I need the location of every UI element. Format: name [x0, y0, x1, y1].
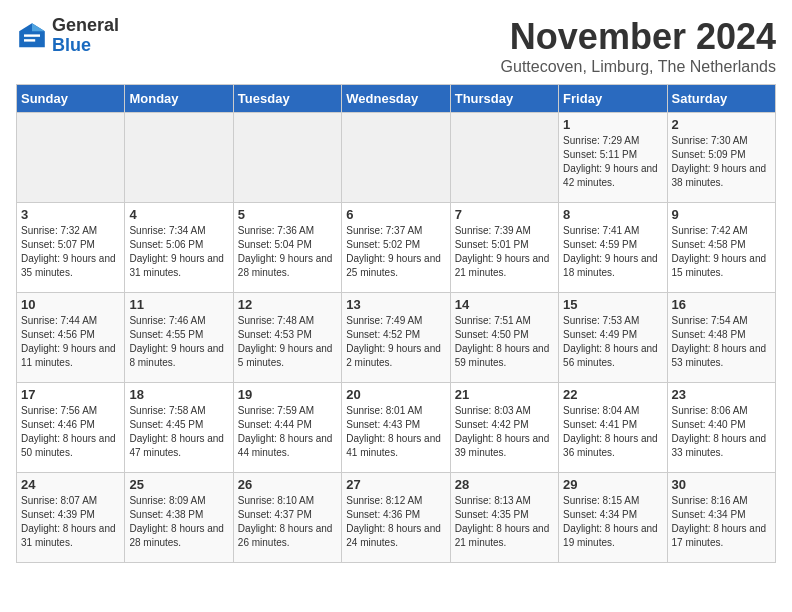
day-number: 23 [672, 387, 771, 402]
day-info: Sunrise: 7:41 AMSunset: 4:59 PMDaylight:… [563, 224, 662, 280]
table-row: 13 Sunrise: 7:49 AMSunset: 4:52 PMDaylig… [342, 293, 450, 383]
table-row: 15 Sunrise: 7:53 AMSunset: 4:49 PMDaylig… [559, 293, 667, 383]
day-number: 18 [129, 387, 228, 402]
header-saturday: Saturday [667, 85, 775, 113]
day-info: Sunrise: 8:10 AMSunset: 4:37 PMDaylight:… [238, 494, 337, 550]
logo-general: General [52, 16, 119, 36]
header-monday: Monday [125, 85, 233, 113]
day-info: Sunrise: 7:56 AMSunset: 4:46 PMDaylight:… [21, 404, 120, 460]
svg-rect-2 [24, 34, 40, 36]
table-row: 5 Sunrise: 7:36 AMSunset: 5:04 PMDayligh… [233, 203, 341, 293]
day-info: Sunrise: 7:39 AMSunset: 5:01 PMDaylight:… [455, 224, 554, 280]
day-number: 5 [238, 207, 337, 222]
day-info: Sunrise: 7:58 AMSunset: 4:45 PMDaylight:… [129, 404, 228, 460]
day-number: 13 [346, 297, 445, 312]
day-info: Sunrise: 7:42 AMSunset: 4:58 PMDaylight:… [672, 224, 771, 280]
table-row: 1 Sunrise: 7:29 AMSunset: 5:11 PMDayligh… [559, 113, 667, 203]
day-number: 20 [346, 387, 445, 402]
day-info: Sunrise: 7:34 AMSunset: 5:06 PMDaylight:… [129, 224, 228, 280]
day-number: 30 [672, 477, 771, 492]
day-number: 14 [455, 297, 554, 312]
svg-marker-1 [32, 23, 45, 31]
table-row: 25 Sunrise: 8:09 AMSunset: 4:38 PMDaylig… [125, 473, 233, 563]
day-info: Sunrise: 7:29 AMSunset: 5:11 PMDaylight:… [563, 134, 662, 190]
table-row: 9 Sunrise: 7:42 AMSunset: 4:58 PMDayligh… [667, 203, 775, 293]
table-row: 14 Sunrise: 7:51 AMSunset: 4:50 PMDaylig… [450, 293, 558, 383]
day-number: 3 [21, 207, 120, 222]
day-number: 4 [129, 207, 228, 222]
title-section: November 2024 Guttecoven, Limburg, The N… [501, 16, 776, 76]
day-number: 21 [455, 387, 554, 402]
day-number: 16 [672, 297, 771, 312]
day-number: 19 [238, 387, 337, 402]
svg-rect-3 [24, 39, 35, 41]
table-row: 19 Sunrise: 7:59 AMSunset: 4:44 PMDaylig… [233, 383, 341, 473]
calendar-body: 1 Sunrise: 7:29 AMSunset: 5:11 PMDayligh… [17, 113, 776, 563]
day-number: 7 [455, 207, 554, 222]
table-row: 17 Sunrise: 7:56 AMSunset: 4:46 PMDaylig… [17, 383, 125, 473]
day-number: 1 [563, 117, 662, 132]
day-number: 10 [21, 297, 120, 312]
table-row: 23 Sunrise: 8:06 AMSunset: 4:40 PMDaylig… [667, 383, 775, 473]
day-number: 22 [563, 387, 662, 402]
day-info: Sunrise: 7:59 AMSunset: 4:44 PMDaylight:… [238, 404, 337, 460]
table-row: 28 Sunrise: 8:13 AMSunset: 4:35 PMDaylig… [450, 473, 558, 563]
table-row: 2 Sunrise: 7:30 AMSunset: 5:09 PMDayligh… [667, 113, 775, 203]
day-number: 28 [455, 477, 554, 492]
table-row: 16 Sunrise: 7:54 AMSunset: 4:48 PMDaylig… [667, 293, 775, 383]
table-row: 6 Sunrise: 7:37 AMSunset: 5:02 PMDayligh… [342, 203, 450, 293]
calendar-header: Sunday Monday Tuesday Wednesday Thursday… [17, 85, 776, 113]
day-number: 27 [346, 477, 445, 492]
day-number: 2 [672, 117, 771, 132]
day-info: Sunrise: 8:01 AMSunset: 4:43 PMDaylight:… [346, 404, 445, 460]
table-row [342, 113, 450, 203]
day-info: Sunrise: 8:15 AMSunset: 4:34 PMDaylight:… [563, 494, 662, 550]
day-number: 11 [129, 297, 228, 312]
table-row: 22 Sunrise: 8:04 AMSunset: 4:41 PMDaylig… [559, 383, 667, 473]
table-row: 24 Sunrise: 8:07 AMSunset: 4:39 PMDaylig… [17, 473, 125, 563]
day-info: Sunrise: 8:13 AMSunset: 4:35 PMDaylight:… [455, 494, 554, 550]
table-row: 11 Sunrise: 7:46 AMSunset: 4:55 PMDaylig… [125, 293, 233, 383]
header-wednesday: Wednesday [342, 85, 450, 113]
day-number: 26 [238, 477, 337, 492]
day-info: Sunrise: 8:16 AMSunset: 4:34 PMDaylight:… [672, 494, 771, 550]
logo-blue: Blue [52, 36, 119, 56]
table-row: 4 Sunrise: 7:34 AMSunset: 5:06 PMDayligh… [125, 203, 233, 293]
day-info: Sunrise: 7:44 AMSunset: 4:56 PMDaylight:… [21, 314, 120, 370]
day-info: Sunrise: 7:30 AMSunset: 5:09 PMDaylight:… [672, 134, 771, 190]
header-thursday: Thursday [450, 85, 558, 113]
header: General Blue November 2024 Guttecoven, L… [16, 16, 776, 76]
day-info: Sunrise: 8:09 AMSunset: 4:38 PMDaylight:… [129, 494, 228, 550]
day-info: Sunrise: 7:51 AMSunset: 4:50 PMDaylight:… [455, 314, 554, 370]
table-row [233, 113, 341, 203]
table-row: 21 Sunrise: 8:03 AMSunset: 4:42 PMDaylig… [450, 383, 558, 473]
day-info: Sunrise: 7:49 AMSunset: 4:52 PMDaylight:… [346, 314, 445, 370]
day-info: Sunrise: 7:36 AMSunset: 5:04 PMDaylight:… [238, 224, 337, 280]
table-row: 12 Sunrise: 7:48 AMSunset: 4:53 PMDaylig… [233, 293, 341, 383]
day-info: Sunrise: 8:06 AMSunset: 4:40 PMDaylight:… [672, 404, 771, 460]
day-number: 24 [21, 477, 120, 492]
day-info: Sunrise: 8:04 AMSunset: 4:41 PMDaylight:… [563, 404, 662, 460]
table-row: 30 Sunrise: 8:16 AMSunset: 4:34 PMDaylig… [667, 473, 775, 563]
day-number: 9 [672, 207, 771, 222]
day-info: Sunrise: 7:54 AMSunset: 4:48 PMDaylight:… [672, 314, 771, 370]
table-row: 20 Sunrise: 8:01 AMSunset: 4:43 PMDaylig… [342, 383, 450, 473]
table-row [125, 113, 233, 203]
day-info: Sunrise: 7:48 AMSunset: 4:53 PMDaylight:… [238, 314, 337, 370]
table-row: 26 Sunrise: 8:10 AMSunset: 4:37 PMDaylig… [233, 473, 341, 563]
day-info: Sunrise: 7:53 AMSunset: 4:49 PMDaylight:… [563, 314, 662, 370]
day-info: Sunrise: 7:46 AMSunset: 4:55 PMDaylight:… [129, 314, 228, 370]
day-info: Sunrise: 7:37 AMSunset: 5:02 PMDaylight:… [346, 224, 445, 280]
table-row: 8 Sunrise: 7:41 AMSunset: 4:59 PMDayligh… [559, 203, 667, 293]
table-row: 27 Sunrise: 8:12 AMSunset: 4:36 PMDaylig… [342, 473, 450, 563]
header-sunday: Sunday [17, 85, 125, 113]
table-row: 7 Sunrise: 7:39 AMSunset: 5:01 PMDayligh… [450, 203, 558, 293]
table-row: 29 Sunrise: 8:15 AMSunset: 4:34 PMDaylig… [559, 473, 667, 563]
day-number: 17 [21, 387, 120, 402]
table-row [17, 113, 125, 203]
location: Guttecoven, Limburg, The Netherlands [501, 58, 776, 76]
table-row: 3 Sunrise: 7:32 AMSunset: 5:07 PMDayligh… [17, 203, 125, 293]
day-number: 6 [346, 207, 445, 222]
day-number: 12 [238, 297, 337, 312]
day-info: Sunrise: 7:32 AMSunset: 5:07 PMDaylight:… [21, 224, 120, 280]
